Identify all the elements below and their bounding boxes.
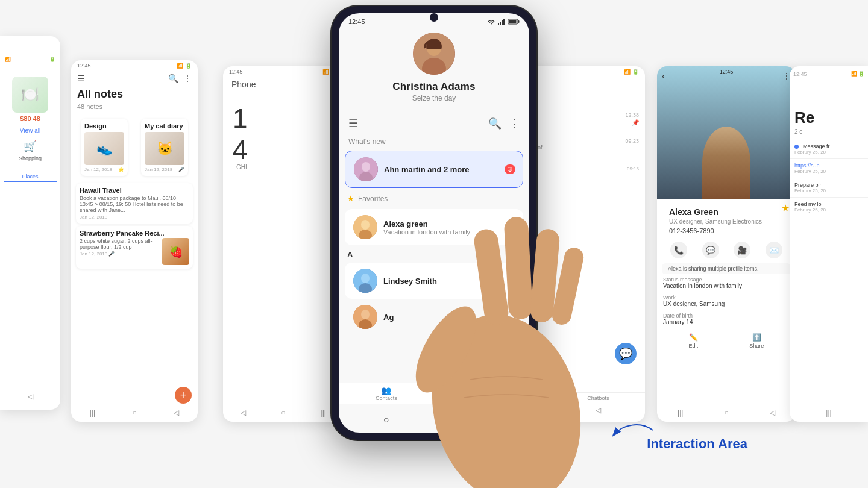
svg-point-0	[491, 23, 492, 25]
contact-detail-phone: 012-3456-7890	[663, 225, 768, 237]
video-button[interactable]: 🎥	[734, 242, 750, 258]
svg-point-15	[361, 220, 370, 230]
interaction-area-label: Interaction Area	[647, 436, 747, 452]
ahn-info: Ahn martin and 2 more	[384, 165, 514, 174]
messages-chat-fab[interactable]: 💬	[615, 343, 637, 364]
panel-contact-detail: ‹ ⋮ 12:45 Alexa Green UX designer, Samsu…	[657, 66, 796, 422]
partial-msg-2: Prepare bir Februry 25, 20	[790, 178, 868, 198]
menu-icon[interactable]: ☰	[348, 117, 358, 130]
dial-key-4: 4	[233, 135, 247, 165]
search-icon[interactable]: 🔍	[488, 117, 502, 130]
contact-favorite-star[interactable]: ★	[781, 202, 790, 214]
back-button[interactable]: ‹	[662, 71, 665, 81]
message-button[interactable]: 💬	[702, 242, 719, 258]
status-icons	[487, 19, 520, 25]
lindsey-avatar	[353, 269, 377, 293]
phone-screen: 12:45	[339, 13, 529, 433]
note-card-design[interactable]: Design 👟 Jan 12, 2018⭐	[81, 119, 128, 176]
front-camera	[430, 13, 438, 22]
tab-chatbots[interactable]: 🤖 Chatbots	[471, 386, 492, 401]
fav-star-icon: ★	[347, 194, 354, 203]
notes-time: 12:45	[77, 63, 91, 69]
partial-msg-1: Message fr Februry 25, 20	[790, 140, 868, 159]
notes-title: All notes	[71, 86, 198, 103]
panel-phone-dialer: 12:45 📶🔋 Phone 1 4 GHI ◁○|||	[223, 66, 344, 422]
contact-detail-job: UX designer, Samsung Electronics	[663, 218, 768, 225]
work-row: Work UX designer, Samsung	[657, 292, 796, 310]
dial-letters-ghi: GHI	[236, 164, 247, 170]
ahn-avatar	[354, 157, 378, 181]
wifi-icon	[487, 19, 495, 25]
notes-bottom-nav: |||○◁	[71, 408, 198, 417]
dial-key-1: 1	[233, 104, 247, 134]
favorites-label: Favorites	[358, 195, 388, 203]
dialer-bottom-nav: ◁○|||	[223, 408, 344, 417]
lindsey-name: Lindsey Smith	[383, 277, 515, 286]
fab-button[interactable]: +	[493, 370, 520, 396]
partial-sub: 2 c	[790, 128, 868, 140]
interaction-area-text: Interaction Area	[647, 436, 747, 451]
more-options-icon[interactable]: ⋮	[509, 117, 520, 130]
panel-left-partial: 📶🔋 🍽️ $80 48 View all 🛒 Shopping Places …	[0, 36, 60, 410]
back-nav-button[interactable]: ◁	[478, 415, 485, 425]
battery-icon	[508, 19, 520, 25]
nav-bar: ☰ 🔍 ⋮	[339, 112, 529, 135]
dialer-time: 12:45	[229, 69, 243, 75]
email-button[interactable]: ✉️	[766, 242, 782, 258]
svg-point-12	[362, 162, 370, 172]
profile-name: Christina Adams	[392, 81, 475, 93]
section-a-label: A	[339, 248, 529, 260]
signal-icon	[498, 19, 505, 25]
profile-subtitle: Seize the day	[412, 94, 456, 102]
detail-time: 12:45	[720, 69, 734, 75]
status-row: Status message Vacation in london with f…	[657, 274, 796, 292]
note-pancake[interactable]: Strawberry Pancake Reci... 2 cups white …	[76, 226, 193, 269]
dialer-app-label: Phone	[223, 77, 344, 92]
svg-point-21	[361, 310, 370, 319]
svg-rect-4	[503, 19, 505, 25]
partial-contact: Ag	[345, 301, 523, 333]
svg-rect-6	[518, 20, 520, 23]
alexa-avatar	[353, 215, 377, 239]
contact-detail-name: Alexa Green	[663, 202, 768, 218]
contact-alexa[interactable]: Alexa green Vacation in london with fami…	[345, 209, 523, 245]
svg-rect-1	[498, 23, 499, 25]
home-button[interactable]: ○	[383, 414, 389, 425]
partial-bottom-nav: |||	[790, 408, 868, 417]
notes-subtitle: 48 notes	[71, 103, 198, 114]
status-time: 12:45	[348, 18, 365, 25]
sharing-notice: Alexa is sharing multiple profile items.	[662, 263, 791, 274]
alexa-sub: Vacation in london with family	[383, 228, 515, 236]
contact-lindsey[interactable]: Lindsey Smith	[345, 263, 523, 299]
svg-rect-2	[500, 22, 501, 25]
notes-fab[interactable]: +	[175, 387, 192, 404]
profile-avatar[interactable]	[413, 33, 455, 75]
note-hawaii[interactable]: Hawaii Travel Book a vacation package to…	[76, 183, 193, 224]
svg-rect-3	[502, 20, 503, 25]
edit-share-row: ✏️ Edit ⬆️ Share	[657, 328, 796, 354]
dob-row: Date of birth January 14	[657, 310, 796, 328]
notes-status-bar: 12:45 📶🔋	[71, 60, 198, 71]
svg-point-18	[361, 274, 370, 283]
partial-msg-3: Feed my lo Februry 25, 20	[790, 198, 868, 216]
panel-right-partial: 12:45 📶🔋 Re 2 c Message fr Februry 25, 2…	[790, 66, 868, 422]
favorites-row: ★ Favorites	[339, 190, 529, 207]
lindsey-info: Lindsey Smith	[383, 277, 515, 286]
alexa-name: Alexa green	[383, 219, 515, 228]
call-button[interactable]: 📞	[670, 242, 687, 258]
alexa-info: Alexa green Vacation in london with fami…	[383, 219, 515, 236]
partial-msg-link: https://sup Februry 25, 20	[790, 159, 868, 178]
edit-button[interactable]: ✏️ Edit	[689, 333, 699, 349]
note-card-cat[interactable]: My cat diary 🐱 Jan 12, 2018🎤	[141, 119, 188, 176]
tab-contacts[interactable]: 👥 Contacts	[376, 386, 397, 401]
share-button[interactable]: ⬆️ Share	[749, 333, 764, 349]
partial-title: Re	[790, 78, 868, 128]
detail-bottom-nav: |||○◁	[657, 408, 796, 417]
contact-ahn[interactable]: Ahn martin and 2 more 3	[345, 151, 523, 188]
panel-notes: 12:45 📶🔋 ☰ 🔍 ⋮ All notes 48 notes Design…	[71, 60, 198, 422]
center-phone: 12:45	[332, 6, 536, 440]
contact-actions-row: 📞 💬 🎥 ✉️	[657, 237, 796, 263]
whats-new-label: What's new	[339, 135, 529, 148]
contact-photo: ‹ ⋮ 12:45	[657, 66, 796, 199]
ahn-badge: 3	[505, 164, 515, 174]
